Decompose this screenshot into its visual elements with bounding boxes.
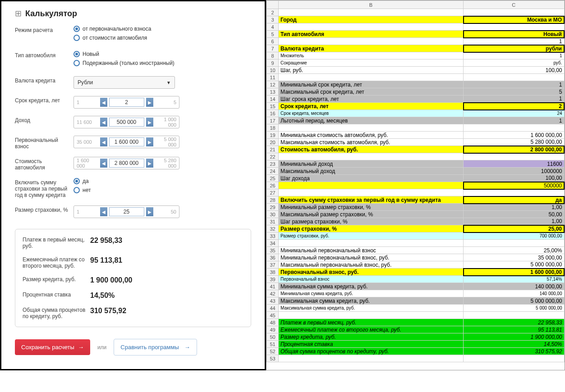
cell-b[interactable] bbox=[279, 182, 464, 189]
cell-c[interactable]: 5 280 000,00 bbox=[464, 139, 565, 146]
row-number[interactable]: 32 bbox=[267, 225, 279, 232]
row-number[interactable]: 34 bbox=[267, 240, 279, 247]
cell-b[interactable]: Минимальный первоначальный взнос, руб. bbox=[279, 254, 464, 261]
cell-b[interactable] bbox=[279, 74, 464, 81]
insurance-option-0[interactable]: да bbox=[83, 178, 89, 184]
row-number[interactable]: 30 bbox=[267, 211, 279, 218]
type-radio-1[interactable] bbox=[73, 60, 80, 66]
cell-c[interactable]: 14,50% bbox=[464, 341, 565, 348]
cell-c[interactable]: 57,14% bbox=[464, 276, 565, 283]
row-number[interactable]: 26 bbox=[267, 182, 279, 189]
cell-b[interactable] bbox=[279, 124, 464, 132]
cell-c[interactable] bbox=[464, 23, 565, 31]
cell-c[interactable]: 1 bbox=[464, 81, 565, 88]
cell-c[interactable] bbox=[464, 9, 565, 16]
downpay-slider[interactable]: 35 000 ◀ 1 600 000 ▶ 5 000 000 bbox=[73, 136, 179, 148]
row-number[interactable]: 41 bbox=[267, 283, 279, 290]
cell-b[interactable] bbox=[279, 153, 464, 160]
row-number[interactable]: 42 bbox=[267, 290, 279, 297]
row-number[interactable]: 28 bbox=[267, 196, 279, 204]
cell-c[interactable]: 100,00 bbox=[464, 67, 565, 74]
cell-b[interactable]: Шаг срока кредита, лет bbox=[279, 96, 464, 103]
cell-c[interactable]: Новый bbox=[464, 31, 565, 38]
cell-c[interactable] bbox=[464, 153, 565, 160]
row-number[interactable]: 53 bbox=[267, 355, 279, 362]
cell-c[interactable]: 1000000 bbox=[464, 168, 565, 175]
cell-c[interactable]: 5 000 000,00 bbox=[464, 261, 565, 269]
cell-b[interactable]: Первоначальный взнос, руб. bbox=[279, 269, 464, 276]
cell-b[interactable]: Включить сумму страховки за первый год в… bbox=[279, 196, 464, 204]
cell-b[interactable]: Минимальная сумма кредита, руб. bbox=[279, 290, 464, 297]
row-number[interactable]: 22 bbox=[267, 153, 279, 160]
cell-b[interactable] bbox=[279, 9, 464, 16]
cell-c[interactable]: Москва и МО bbox=[464, 16, 565, 23]
cell-b[interactable]: Шаг размера страховки, % bbox=[279, 218, 464, 225]
cell-c[interactable]: 2 bbox=[464, 103, 565, 110]
col-b-header[interactable]: B bbox=[279, 1, 464, 9]
cell-b[interactable]: Сокращение bbox=[279, 59, 464, 67]
row-number[interactable]: 48 bbox=[267, 319, 279, 326]
row-number[interactable]: 15 bbox=[267, 103, 279, 110]
cell-c[interactable] bbox=[464, 355, 565, 362]
mode-radio-1[interactable] bbox=[73, 35, 80, 41]
cell-c[interactable]: рубли bbox=[464, 45, 565, 52]
row-number[interactable]: 18 bbox=[267, 124, 279, 132]
cell-c[interactable]: 1,00 bbox=[464, 204, 565, 211]
row-number[interactable]: 39 bbox=[267, 276, 279, 283]
cost-inc-icon[interactable]: ▶ bbox=[146, 159, 153, 168]
row-number[interactable]: 49 bbox=[267, 326, 279, 333]
row-number[interactable]: 23 bbox=[267, 160, 279, 168]
cell-b[interactable]: Ежемесячный платеж со второго месяца, ру… bbox=[279, 326, 464, 333]
mode-option-1[interactable]: от стоимости автомобиля bbox=[83, 35, 147, 41]
cell-c[interactable]: 5 bbox=[464, 88, 565, 96]
cell-c[interactable] bbox=[464, 124, 565, 132]
cell-c[interactable] bbox=[464, 189, 565, 196]
insurance-option-1[interactable]: нет bbox=[83, 187, 91, 193]
row-number[interactable]: 25 bbox=[267, 175, 279, 182]
row-number[interactable]: 11 bbox=[267, 74, 279, 81]
insurance-rate-slider[interactable]: 1 ◀ 25 ▶ 50 bbox=[73, 205, 179, 218]
cell-b[interactable]: Срок кредита, месяцев bbox=[279, 110, 464, 117]
row-number[interactable]: 16 bbox=[267, 110, 279, 117]
cell-c[interactable]: 5 000 000,00 bbox=[464, 305, 565, 312]
row-number[interactable]: 9 bbox=[267, 59, 279, 67]
cell-c[interactable] bbox=[464, 74, 565, 81]
cell-b[interactable] bbox=[279, 355, 464, 362]
cell-c[interactable] bbox=[464, 240, 565, 247]
insurance-rate-inc-icon[interactable]: ▶ bbox=[146, 207, 153, 216]
cell-c[interactable]: 2 800 000,00 bbox=[464, 146, 565, 153]
row-number[interactable]: 10 bbox=[267, 67, 279, 74]
cell-c[interactable] bbox=[464, 312, 565, 319]
row-number[interactable]: 2 bbox=[267, 9, 279, 16]
cell-b[interactable]: Срок кредита, лет bbox=[279, 103, 464, 110]
term-inc-icon[interactable]: ▶ bbox=[146, 98, 153, 107]
cell-b[interactable]: Первоначальный взнос bbox=[279, 276, 464, 283]
insurance-rate-dec-icon[interactable]: ◀ bbox=[100, 207, 107, 216]
cell-c[interactable]: 140 000,00 bbox=[464, 290, 565, 297]
row-number[interactable]: 45 bbox=[267, 312, 279, 319]
insurance-radio-0[interactable] bbox=[73, 178, 80, 184]
cell-c[interactable]: 35 000,00 bbox=[464, 254, 565, 261]
cell-c[interactable]: 25,00% bbox=[464, 247, 565, 254]
cell-c[interactable]: 1 600 000,00 bbox=[464, 269, 565, 276]
currency-select[interactable]: Рубли ▼ bbox=[73, 76, 175, 89]
row-number[interactable]: 43 bbox=[267, 297, 279, 305]
row-number[interactable]: 24 bbox=[267, 168, 279, 175]
row-number[interactable]: 37 bbox=[267, 261, 279, 269]
cell-b[interactable]: Минимальная стоимость автомобиля, руб. bbox=[279, 132, 464, 139]
cell-b[interactable] bbox=[279, 312, 464, 319]
row-number[interactable]: 36 bbox=[267, 254, 279, 261]
col-c-header[interactable]: C bbox=[464, 1, 565, 9]
insurance-radio-1[interactable] bbox=[73, 187, 80, 193]
cell-b[interactable]: Максимальная стоимость автомобиля, руб. bbox=[279, 139, 464, 146]
cell-b[interactable]: Платеж в первый месяц, руб. bbox=[279, 319, 464, 326]
cell-b[interactable]: Максимальный первоначальный взнос, руб. bbox=[279, 261, 464, 269]
row-number[interactable]: 44 bbox=[267, 305, 279, 312]
row-number[interactable]: 14 bbox=[267, 96, 279, 103]
row-number[interactable]: 6 bbox=[267, 38, 279, 45]
cell-b[interactable]: Максимальная сумма кредита, руб. bbox=[279, 305, 464, 312]
cell-c[interactable]: да bbox=[464, 196, 565, 204]
row-number[interactable]: 5 bbox=[267, 31, 279, 38]
insurance-rate-value[interactable]: 25 bbox=[109, 207, 144, 216]
income-value[interactable]: 500 000 bbox=[109, 118, 144, 127]
